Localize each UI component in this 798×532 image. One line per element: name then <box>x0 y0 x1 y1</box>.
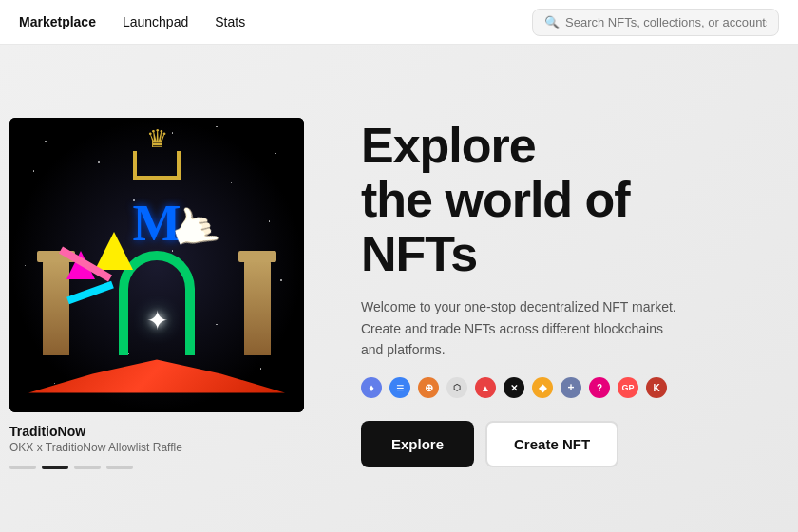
dot-1[interactable] <box>10 466 36 469</box>
search-icon: 🔍 <box>544 15 560 29</box>
chain-icons: ♦ ≡ ⊕ ⬡ ▲ ✕ ◆ + ? GP K <box>361 377 741 398</box>
chain-wrapped: ⊕ <box>418 377 439 398</box>
nft-image: M 🤙 ✦ <box>10 118 304 412</box>
chain-polkadot: ? <box>589 377 610 398</box>
create-nft-button[interactable]: Create NFT <box>485 421 618 467</box>
chain-hex: ⬡ <box>446 377 467 398</box>
nft-art: M 🤙 ✦ <box>10 118 304 412</box>
hero-subtext: Welcome to your one-stop decentralized N… <box>361 296 684 360</box>
explore-button[interactable]: Explore <box>361 421 474 467</box>
triangle-yellow <box>95 232 133 270</box>
nft-info: TraditioNow OKX x TraditioNow Allowlist … <box>10 424 304 454</box>
hero-section: M 🤙 ✦ TraditioNow OKX x TraditioNow Allo… <box>0 45 798 532</box>
dot-4[interactable] <box>106 466 133 469</box>
hero-text: Explore the world of NFTs Welcome to you… <box>304 119 770 468</box>
search-box[interactable]: 🔍 <box>532 9 779 36</box>
chain-multichain: ≡ <box>390 377 410 398</box>
hero-heading: Explore the world of NFTs <box>361 119 741 282</box>
nft-title: TraditioNow <box>10 424 304 439</box>
search-input[interactable] <box>565 15 767 29</box>
nav-launchpad[interactable]: Launchpad <box>123 14 188 29</box>
sparkle: ✦ <box>146 305 168 336</box>
hero-buttons: Explore Create NFT <box>361 421 741 467</box>
chain-cosmos: + <box>560 377 581 398</box>
dot-3[interactable] <box>74 466 101 469</box>
nav-marketplace[interactable]: Marketplace <box>19 14 96 29</box>
chain-x: ✕ <box>504 377 524 398</box>
dot-2[interactable] <box>42 466 68 469</box>
nav-stats[interactable]: Stats <box>215 14 245 29</box>
cyan-bar <box>66 280 114 304</box>
chain-gamefi: GP <box>618 377 638 398</box>
crown <box>133 151 180 180</box>
nft-card: M 🤙 ✦ TraditioNow OKX x TraditioNow Allo… <box>10 118 304 469</box>
navbar: Marketplace Launchpad Stats 🔍 <box>0 0 798 45</box>
chain-avalanche: ▲ <box>475 377 496 398</box>
chain-ethereum: ♦ <box>361 377 382 398</box>
nft-subtitle: OKX x TraditioNow Allowlist Raffle <box>10 441 304 454</box>
column-right <box>244 260 271 355</box>
chain-klaytn: K <box>646 377 667 398</box>
chain-okx: ◆ <box>532 377 553 398</box>
nav-links: Marketplace Launchpad Stats <box>19 14 245 29</box>
column-left <box>43 260 69 355</box>
carousel-dots <box>10 466 304 469</box>
